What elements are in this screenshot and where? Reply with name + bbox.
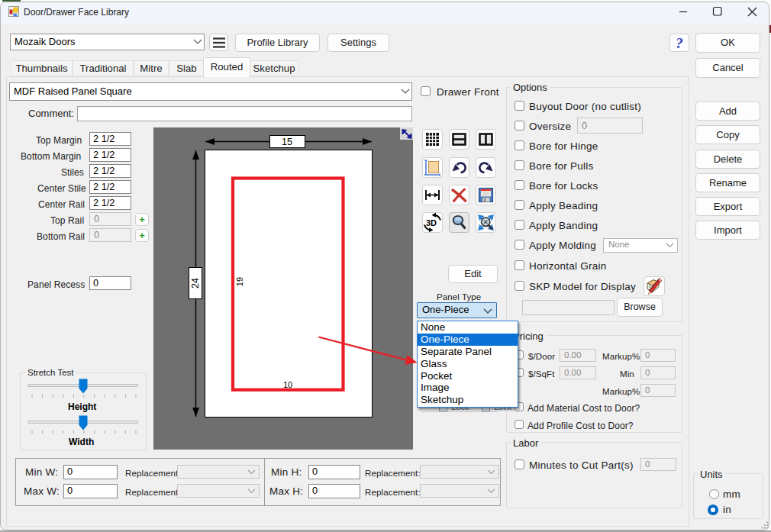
svg-text:19: 19 — [235, 277, 244, 286]
svg-text:15: 15 — [282, 137, 292, 147]
svg-text:24: 24 — [190, 278, 201, 289]
svg-text:10: 10 — [283, 380, 292, 389]
svg-text:3D: 3D — [426, 218, 437, 227]
